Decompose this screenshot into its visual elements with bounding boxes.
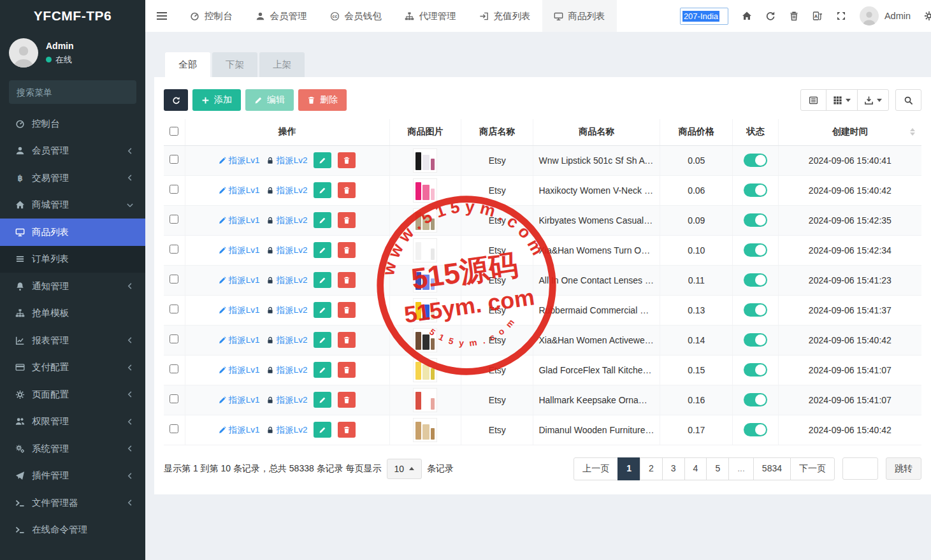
sidebar-search[interactable] bbox=[9, 80, 136, 104]
status-toggle[interactable] bbox=[744, 423, 767, 436]
row-delete-button[interactable] bbox=[338, 392, 356, 408]
sidebar-item[interactable]: 权限管理 bbox=[0, 408, 145, 436]
admin-menu[interactable]: Admin bbox=[860, 6, 911, 25]
add-button[interactable]: 添加 bbox=[192, 89, 241, 111]
sidebar-item[interactable]: 系统管理 bbox=[0, 435, 145, 463]
tab-search-input[interactable]: 207-India bbox=[680, 8, 728, 25]
row-checkbox[interactable] bbox=[170, 215, 178, 224]
pagination-item[interactable]: 上一页 bbox=[574, 457, 618, 480]
jump-page-input[interactable] bbox=[842, 457, 878, 480]
refresh-icon[interactable] bbox=[765, 11, 776, 21]
topnav-tab[interactable]: 商品列表 bbox=[542, 0, 617, 32]
assign-lv1-link[interactable]: 指派Lv1 bbox=[219, 305, 260, 316]
status-toggle[interactable] bbox=[744, 303, 767, 317]
export-button[interactable] bbox=[857, 89, 889, 111]
sidebar-item[interactable]: 文件管理器 bbox=[0, 489, 145, 517]
pagination-item[interactable]: 1 bbox=[617, 457, 640, 480]
home-icon[interactable] bbox=[742, 11, 752, 21]
sidebar-item[interactable]: 订单列表 bbox=[0, 246, 145, 273]
sidebar-item[interactable]: 控制台 bbox=[0, 110, 145, 138]
pagination-item[interactable]: 2 bbox=[640, 457, 663, 480]
sidebar-item[interactable]: 在线命令管理 bbox=[0, 517, 145, 544]
assign-lv1-link[interactable]: 指派Lv1 bbox=[219, 364, 260, 376]
row-delete-button[interactable] bbox=[338, 212, 356, 228]
assign-lv2-link[interactable]: 指派Lv2 bbox=[266, 364, 308, 376]
row-edit-button[interactable] bbox=[314, 152, 331, 168]
toggle-view-button[interactable] bbox=[800, 89, 826, 111]
status-toggle[interactable] bbox=[744, 363, 767, 377]
filter-tab[interactable]: 全部 bbox=[165, 52, 210, 77]
search-toggle-button[interactable] bbox=[895, 89, 921, 111]
assign-lv2-link[interactable]: 指派Lv2 bbox=[266, 394, 308, 406]
sidebar-item[interactable]: 商城管理 bbox=[0, 192, 145, 219]
sidebar-item[interactable]: 商品列表 bbox=[0, 219, 145, 246]
row-checkbox[interactable] bbox=[170, 305, 178, 313]
status-toggle[interactable] bbox=[744, 154, 767, 167]
row-checkbox[interactable] bbox=[170, 364, 178, 373]
assign-lv2-link[interactable]: 指派Lv2 bbox=[266, 334, 308, 346]
status-toggle[interactable] bbox=[744, 213, 767, 227]
assign-lv2-link[interactable]: 指派Lv2 bbox=[266, 275, 308, 286]
assign-lv1-link[interactable]: 指派Lv1 bbox=[219, 334, 260, 346]
assign-lv1-link[interactable]: 指派Lv1 bbox=[219, 275, 260, 286]
row-checkbox[interactable] bbox=[170, 334, 178, 343]
assign-lv2-link[interactable]: 指派Lv2 bbox=[266, 155, 308, 166]
delete-button[interactable]: 删除 bbox=[298, 89, 347, 111]
sidebar-item[interactable]: 插件管理 bbox=[0, 463, 145, 490]
row-delete-button[interactable] bbox=[338, 362, 356, 378]
pagination-item[interactable]: 5834 bbox=[753, 457, 791, 480]
assign-lv1-link[interactable]: 指派Lv1 bbox=[219, 215, 260, 226]
pagination-item[interactable]: 3 bbox=[662, 457, 685, 480]
page-size-select[interactable]: 10 bbox=[387, 459, 422, 479]
assign-lv2-link[interactable]: 指派Lv2 bbox=[266, 185, 308, 196]
status-toggle[interactable] bbox=[744, 273, 767, 287]
sidebar-item[interactable]: 通知管理 bbox=[0, 273, 145, 300]
assign-lv1-link[interactable]: 指派Lv1 bbox=[219, 394, 260, 406]
row-delete-button[interactable] bbox=[338, 272, 356, 288]
refresh-button[interactable] bbox=[164, 89, 188, 111]
assign-lv1-link[interactable]: 指派Lv1 bbox=[219, 424, 260, 436]
topnav-tab[interactable]: 充值列表 bbox=[468, 0, 542, 32]
row-delete-button[interactable] bbox=[338, 302, 356, 318]
row-edit-button[interactable] bbox=[314, 422, 331, 438]
row-edit-button[interactable] bbox=[314, 212, 331, 228]
assign-lv2-link[interactable]: 指派Lv2 bbox=[266, 215, 308, 226]
sidebar-item[interactable]: ฿ 交易管理 bbox=[0, 164, 145, 192]
select-all-checkbox[interactable] bbox=[170, 127, 178, 136]
row-checkbox[interactable] bbox=[170, 185, 178, 194]
topnav-tab[interactable]: 控制台 bbox=[178, 0, 244, 32]
row-delete-button[interactable] bbox=[338, 242, 356, 258]
status-toggle[interactable] bbox=[744, 393, 767, 406]
filter-tab[interactable]: 下架 bbox=[212, 52, 257, 77]
assign-lv2-link[interactable]: 指派Lv2 bbox=[266, 424, 308, 436]
row-delete-button[interactable] bbox=[338, 182, 356, 198]
row-checkbox[interactable] bbox=[170, 424, 178, 433]
row-delete-button[interactable] bbox=[338, 152, 356, 168]
row-edit-button[interactable] bbox=[314, 362, 331, 378]
pagination-item[interactable]: 4 bbox=[684, 457, 707, 480]
edit-button[interactable]: 编辑 bbox=[245, 89, 294, 111]
sidebar-item[interactable]: 支付配置 bbox=[0, 354, 145, 382]
topnav-tab[interactable]: 代理管理 bbox=[393, 0, 468, 32]
topnav-tab[interactable]: 会员管理 bbox=[244, 0, 319, 32]
status-toggle[interactable] bbox=[744, 183, 767, 197]
jump-button[interactable]: 跳转 bbox=[886, 457, 921, 480]
row-checkbox[interactable] bbox=[170, 155, 178, 164]
hamburger-icon[interactable] bbox=[145, 0, 178, 32]
assign-lv1-link[interactable]: 指派Lv1 bbox=[219, 155, 260, 166]
sidebar-item[interactable]: 会员管理 bbox=[0, 138, 145, 165]
sidebar-search-input[interactable] bbox=[17, 87, 132, 97]
row-edit-button[interactable] bbox=[314, 272, 331, 288]
row-delete-button[interactable] bbox=[338, 422, 356, 438]
filter-tab[interactable]: 上架 bbox=[259, 52, 305, 77]
columns-button[interactable] bbox=[826, 89, 858, 111]
row-edit-button[interactable] bbox=[314, 392, 331, 408]
status-toggle[interactable] bbox=[744, 243, 767, 257]
row-checkbox[interactable] bbox=[170, 394, 178, 403]
gear-icon[interactable] bbox=[924, 11, 931, 21]
status-toggle[interactable] bbox=[744, 333, 767, 347]
sidebar-item[interactable]: 报表管理 bbox=[0, 327, 145, 354]
row-edit-button[interactable] bbox=[314, 332, 331, 348]
assign-lv2-link[interactable]: 指派Lv2 bbox=[266, 245, 308, 256]
row-edit-button[interactable] bbox=[314, 182, 331, 198]
